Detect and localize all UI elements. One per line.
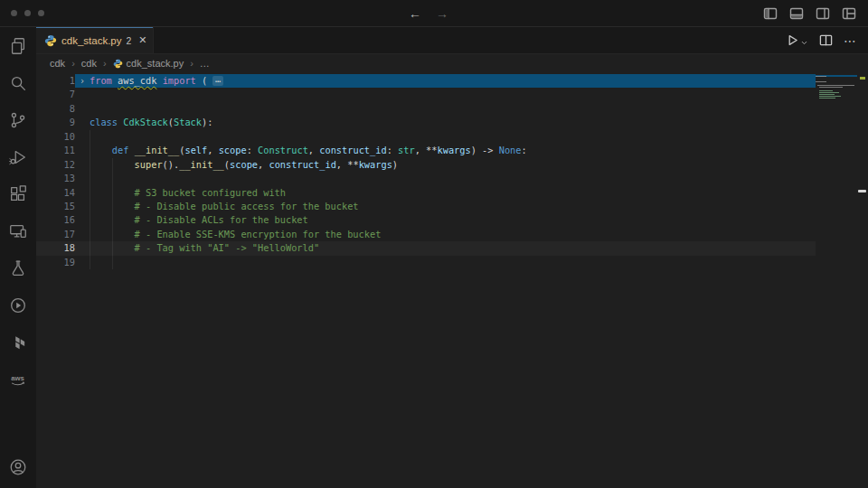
line-text: # - Disable public access for the bucket	[90, 200, 816, 213]
chevron-right-icon: ›	[71, 58, 75, 69]
fold-gutter	[75, 172, 90, 185]
chevron-right-icon: ›	[190, 58, 193, 69]
search-icon[interactable]	[0, 64, 36, 101]
code-editor[interactable]: 1›from aws_cdk import (⋯789class CdkStac…	[36, 72, 868, 488]
minimap[interactable]	[816, 72, 857, 100]
fold-gutter	[75, 186, 90, 200]
line-text	[90, 256, 816, 269]
minimap-lines	[816, 75, 857, 100]
customize-layout-icon[interactable]	[842, 6, 856, 21]
history-nav: ← →	[409, 6, 448, 21]
chevron-right-icon: ›	[103, 58, 107, 69]
scrollbar[interactable]	[857, 72, 868, 488]
code-line-9[interactable]: 9class CdkStack(Stack):	[36, 116, 816, 129]
line-number[interactable]: 10	[36, 130, 75, 144]
testing-icon[interactable]	[0, 249, 36, 286]
toggle-secondary-sidebar-icon[interactable]	[816, 6, 830, 21]
code-line-16[interactable]: 16 # - Disable ACLs for the bucket	[36, 213, 816, 227]
breadcrumb-file[interactable]: cdk_stack.py	[113, 58, 184, 69]
explorer-icon[interactable]	[0, 27, 36, 64]
account-icon[interactable]	[0, 451, 36, 488]
line-text	[90, 102, 816, 116]
line-text: def __init__(self, scope: Construct, con…	[90, 144, 816, 157]
line-text	[90, 172, 816, 185]
tab-badge: 2	[126, 35, 131, 46]
code-line-10[interactable]: 10	[36, 130, 816, 144]
fold-gutter	[75, 88, 90, 101]
fold-chevron-icon[interactable]: ›	[75, 74, 90, 88]
python-file-icon	[113, 59, 123, 69]
more-actions-icon[interactable]: ⋯	[844, 33, 857, 48]
vscode-window: ← → cdk_stack.py 2 ✕	[0, 0, 868, 488]
line-number[interactable]: 17	[36, 228, 75, 241]
tab-label: cdk_stack.py	[61, 35, 121, 46]
forward-icon[interactable]: →	[436, 6, 448, 21]
line-number[interactable]: 12	[36, 158, 75, 172]
indent-guide	[112, 158, 113, 269]
line-text: # - Enable SSE-KMS encryption for the bu…	[90, 228, 816, 241]
toggle-panel-icon[interactable]	[789, 6, 804, 21]
line-number[interactable]: 9	[36, 116, 75, 129]
code-line-12[interactable]: 12 super().__init__(scope, construct_id,…	[36, 158, 816, 172]
warning-marker	[860, 77, 865, 80]
code-line-19[interactable]: 19	[36, 256, 816, 269]
title-bar: ← →	[0, 0, 868, 27]
aws-icon[interactable]	[0, 361, 36, 398]
window-minimize-button[interactable]	[24, 10, 31, 16]
run-dropdown-icon	[800, 39, 808, 47]
extensions-icon[interactable]	[0, 175, 36, 212]
code-line-15[interactable]: 15 # - Disable public access for the buc…	[36, 200, 816, 213]
line-number[interactable]: 19	[36, 256, 75, 269]
window-maximize-button[interactable]	[38, 10, 44, 16]
window-close-button[interactable]	[11, 10, 17, 16]
line-text: # - Disable ACLs for the bucket	[90, 213, 816, 227]
line-number[interactable]: 8	[36, 102, 75, 116]
terraform-icon[interactable]	[0, 324, 36, 361]
code-line-8[interactable]: 8	[36, 102, 816, 116]
line-number[interactable]: 15	[36, 200, 75, 213]
code-line-17[interactable]: 17 # - Enable SSE-KMS encryption for the…	[36, 228, 816, 241]
fold-gutter	[75, 102, 90, 116]
line-text	[90, 88, 816, 101]
run-python-file-button[interactable]	[786, 33, 808, 47]
run-circle-icon[interactable]	[0, 286, 36, 324]
tab-cdk-stack[interactable]: cdk_stack.py 2 ✕	[36, 27, 154, 53]
fold-gutter	[75, 213, 90, 227]
back-icon[interactable]: ←	[409, 6, 421, 21]
toggle-primary-sidebar-icon[interactable]	[763, 6, 778, 21]
fold-gutter	[75, 144, 90, 157]
editor-actions: ⋯	[786, 27, 868, 53]
fold-gutter	[75, 241, 90, 255]
line-number[interactable]: 11	[36, 144, 75, 157]
fold-gutter	[75, 256, 90, 269]
line-number[interactable]: 7	[36, 88, 75, 101]
source-control-icon[interactable]	[0, 101, 36, 138]
split-editor-icon[interactable]	[819, 33, 833, 47]
line-number[interactable]: 14	[36, 186, 75, 200]
breadcrumb-folder[interactable]: cdk	[81, 58, 97, 69]
line-number[interactable]: 18	[36, 241, 75, 255]
code-line-11[interactable]: 11 def __init__(self, scope: Construct, …	[36, 144, 816, 157]
tab-close-icon[interactable]: ✕	[136, 33, 149, 47]
code-line-1[interactable]: 1›from aws_cdk import (⋯	[36, 74, 816, 88]
breadcrumb: cdk › cdk › cdk_stack.py › …	[36, 54, 868, 72]
layout-controls	[763, 6, 868, 21]
folded-code-badge[interactable]: ⋯	[212, 76, 223, 86]
line-number[interactable]: 1	[36, 74, 75, 88]
code-line-18[interactable]: 18 # - Tag with "AI" -> "HelloWorld"	[36, 241, 816, 255]
python-file-icon	[44, 34, 57, 47]
code-line-7[interactable]: 7	[36, 88, 816, 101]
scroll-marker	[858, 190, 866, 192]
code-line-14[interactable]: 14 # S3 bucket configured with	[36, 186, 816, 200]
fold-gutter	[75, 158, 90, 172]
line-number[interactable]: 16	[36, 213, 75, 227]
line-text: super().__init__(scope, construct_id, **…	[90, 158, 816, 172]
line-text: # S3 bucket configured with	[90, 186, 816, 200]
code-line-13[interactable]: 13	[36, 172, 816, 185]
breadcrumb-folder[interactable]: cdk	[50, 58, 65, 69]
remote-explorer-icon[interactable]	[0, 212, 36, 249]
run-debug-icon[interactable]	[0, 138, 36, 175]
breadcrumb-symbol[interactable]: …	[200, 58, 210, 69]
activity-bar-items	[0, 27, 36, 398]
line-number[interactable]: 13	[36, 172, 75, 185]
